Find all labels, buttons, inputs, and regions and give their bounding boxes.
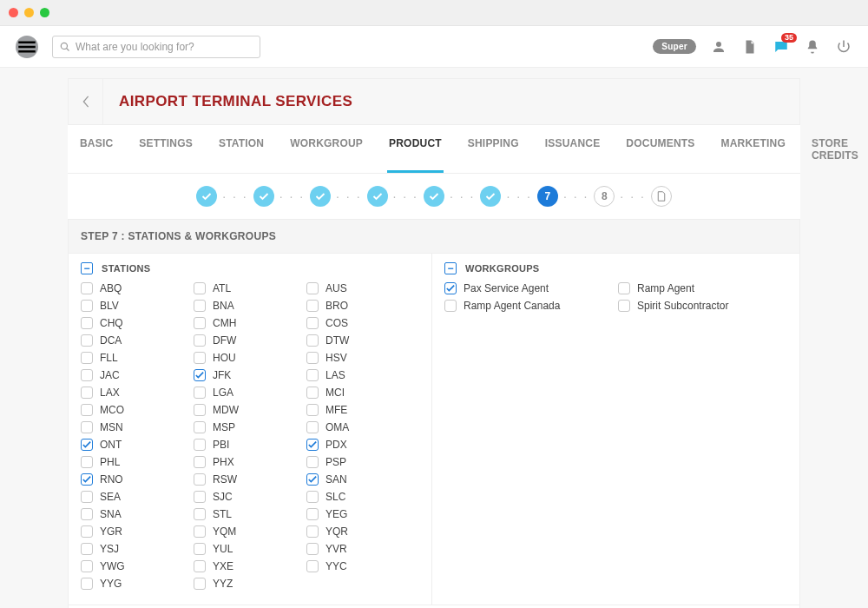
station-item[interactable]: YWG bbox=[81, 558, 194, 575]
station-item[interactable]: FLL bbox=[81, 349, 194, 367]
collapse-workgroups-icon[interactable]: − bbox=[444, 262, 457, 274]
user-icon[interactable] bbox=[710, 38, 727, 56]
station-item[interactable]: ONT bbox=[81, 436, 194, 453]
station-item[interactable]: PSP bbox=[306, 453, 419, 471]
stations-panel: − STATIONS ABQATLAUSBLVBNABROCHQCMHCOSDC… bbox=[69, 254, 432, 605]
station-item[interactable]: MFE bbox=[306, 401, 419, 419]
station-item[interactable]: BNA bbox=[194, 297, 306, 314]
station-item[interactable]: ATL bbox=[194, 280, 306, 297]
station-item[interactable]: BLV bbox=[81, 297, 194, 314]
station-item[interactable]: PBI bbox=[194, 436, 306, 453]
station-item[interactable]: CMH bbox=[194, 314, 306, 332]
window-maximize[interactable] bbox=[40, 8, 49, 17]
step-current[interactable]: 7 bbox=[537, 186, 558, 207]
search-icon bbox=[60, 42, 70, 52]
station-item[interactable]: COS bbox=[306, 314, 419, 332]
station-item[interactable]: HSV bbox=[306, 349, 419, 367]
window-minimize[interactable] bbox=[24, 8, 34, 17]
station-item[interactable]: ABQ bbox=[81, 280, 194, 297]
station-item[interactable]: SNA bbox=[81, 506, 194, 523]
tab-station[interactable]: STATION bbox=[217, 137, 266, 173]
station-item[interactable]: YEG bbox=[306, 506, 419, 523]
station-item[interactable]: YQR bbox=[306, 523, 419, 540]
step-done-1[interactable] bbox=[196, 186, 217, 207]
station-item[interactable]: YYZ bbox=[194, 575, 306, 592]
station-item[interactable]: YYC bbox=[306, 558, 419, 575]
station-item[interactable]: MDW bbox=[194, 401, 306, 419]
station-item[interactable]: BRO bbox=[306, 297, 419, 314]
tab-documents[interactable]: DOCUMENTS bbox=[624, 137, 696, 173]
station-item[interactable]: RNO bbox=[81, 471, 194, 488]
step-done-4[interactable] bbox=[367, 186, 388, 207]
station-item[interactable]: SEA bbox=[81, 488, 194, 506]
station-item[interactable]: MSP bbox=[194, 419, 306, 436]
workgroup-item[interactable]: Spirit Subcontractor bbox=[618, 297, 792, 314]
page-title: AIRPORT TERMINAL SERVICES bbox=[103, 93, 352, 110]
checkbox-icon bbox=[194, 578, 206, 590]
station-label: CMH bbox=[213, 317, 236, 329]
workgroup-item[interactable]: Ramp Agent Canada bbox=[444, 297, 618, 314]
station-item[interactable]: PDX bbox=[306, 436, 419, 453]
tab-product[interactable]: PRODUCT bbox=[387, 137, 444, 173]
station-item[interactable]: YYG bbox=[81, 575, 194, 592]
station-item[interactable]: PHL bbox=[81, 453, 194, 471]
station-item[interactable]: YQM bbox=[194, 523, 306, 540]
station-item[interactable]: LAS bbox=[306, 367, 419, 384]
station-item[interactable]: SLC bbox=[306, 488, 419, 506]
search-input[interactable]: What are you looking for? bbox=[52, 36, 260, 58]
tab-shipping[interactable]: SHIPPING bbox=[466, 137, 521, 173]
step-done-5[interactable] bbox=[424, 186, 444, 207]
station-item[interactable]: OMA bbox=[306, 419, 419, 436]
station-item[interactable]: SAN bbox=[306, 471, 419, 488]
station-item[interactable]: HOU bbox=[194, 349, 306, 367]
station-item[interactable]: YVR bbox=[306, 540, 419, 558]
station-item[interactable]: YXE bbox=[194, 558, 306, 575]
collapse-stations-icon[interactable]: − bbox=[81, 262, 93, 274]
station-item[interactable]: PHX bbox=[194, 453, 306, 471]
bell-icon[interactable] bbox=[804, 38, 821, 56]
tab-issuance[interactable]: ISSUANCE bbox=[543, 137, 602, 173]
document-icon[interactable] bbox=[741, 38, 759, 56]
station-item[interactable]: DFW bbox=[194, 332, 306, 349]
step-done-6[interactable] bbox=[480, 186, 501, 207]
station-item[interactable]: LAX bbox=[81, 384, 194, 401]
station-item[interactable]: LGA bbox=[194, 384, 306, 401]
checkbox-icon bbox=[444, 300, 457, 312]
station-item[interactable]: MCO bbox=[81, 401, 194, 419]
station-item[interactable]: MSN bbox=[81, 419, 194, 436]
tab-marketing[interactable]: MARKETING bbox=[720, 137, 787, 173]
window-close[interactable] bbox=[9, 8, 18, 17]
tab-basic[interactable]: BASIC bbox=[78, 137, 115, 173]
step-future-8[interactable]: 8 bbox=[594, 186, 615, 207]
back-button[interactable] bbox=[69, 78, 103, 125]
workgroup-item[interactable]: Ramp Agent bbox=[618, 280, 792, 297]
checkbox-icon bbox=[306, 439, 319, 451]
checkbox-icon bbox=[194, 317, 206, 329]
station-label: RNO bbox=[100, 473, 123, 486]
checkbox-icon bbox=[194, 352, 206, 364]
power-icon[interactable] bbox=[835, 38, 852, 56]
step-done-3[interactable] bbox=[310, 186, 331, 207]
tab-settings[interactable]: SETTINGS bbox=[137, 137, 194, 173]
station-item[interactable]: YUL bbox=[194, 540, 306, 558]
station-item[interactable]: SJC bbox=[194, 488, 306, 506]
station-item[interactable]: DCA bbox=[81, 332, 194, 349]
step-done-2[interactable] bbox=[253, 186, 274, 207]
station-item[interactable]: CHQ bbox=[81, 314, 194, 332]
workgroup-item[interactable]: Pax Service Agent bbox=[444, 280, 618, 297]
station-item[interactable]: RSW bbox=[194, 471, 306, 488]
station-item[interactable]: JAC bbox=[81, 367, 194, 384]
station-item[interactable]: YSJ bbox=[81, 540, 194, 558]
messages-icon[interactable]: 35 bbox=[773, 38, 790, 56]
menu-icon[interactable] bbox=[16, 36, 38, 58]
checkbox-icon bbox=[306, 369, 319, 381]
station-item[interactable]: JFK bbox=[194, 367, 306, 384]
station-item[interactable]: AUS bbox=[306, 280, 419, 297]
station-item[interactable]: MCI bbox=[306, 384, 419, 401]
station-item[interactable]: STL bbox=[194, 506, 306, 523]
tab-workgroup[interactable]: WORKGROUP bbox=[288, 137, 365, 173]
tab-store-credits[interactable]: STORE CREDITS bbox=[810, 137, 860, 173]
station-item[interactable]: DTW bbox=[306, 332, 419, 349]
step-final-icon[interactable] bbox=[651, 186, 672, 207]
station-item[interactable]: YGR bbox=[81, 523, 194, 540]
